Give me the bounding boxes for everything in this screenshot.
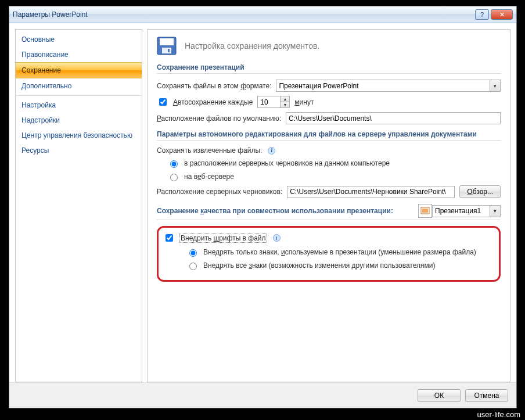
sidebar-item-save[interactable]: Сохранение — [16, 62, 142, 78]
options-dialog: Параметры PowerPoint ? ✕ Основные Правоп… — [9, 6, 517, 408]
svg-rect-5 — [422, 209, 428, 213]
info-icon[interactable]: i — [268, 147, 275, 155]
default-location-label: Расположение файлов по умолчанию: — [157, 114, 281, 123]
sidebar-item-customize[interactable]: Настройка — [16, 98, 142, 113]
svg-rect-2 — [162, 48, 171, 53]
cancel-button[interactable]: Отмена — [465, 389, 508, 402]
main-panel: Настройка сохранения документов. Сохране… — [147, 29, 510, 382]
spin-up-icon[interactable]: ▲ — [281, 96, 290, 102]
embed-all-chars-label[interactable]: Внедрять все знаки (возможность изменени… — [203, 261, 435, 270]
browse-button[interactable]: Обзор... — [459, 185, 501, 198]
format-label: Сохранять файлы в этом формате: — [157, 82, 271, 90]
embed-fonts-highlight: Внедрить шрифты в файл i Внедрять только… — [157, 226, 501, 282]
sidebar: Основные Правописание Сохранение Дополни… — [15, 29, 142, 382]
autosave-value[interactable] — [257, 96, 281, 108]
window-title: Параметры PowerPoint — [13, 10, 88, 19]
spin-down-icon[interactable]: ▼ — [281, 102, 290, 108]
page-title: Настройка сохранения документов. — [185, 41, 319, 51]
embed-fonts-label[interactable]: Внедрить шрифты в файл — [179, 234, 267, 243]
save-icon — [157, 37, 177, 55]
svg-rect-3 — [168, 49, 170, 52]
presentation-value[interactable] — [432, 205, 490, 217]
sidebar-item-addins[interactable]: Надстройки — [16, 113, 142, 128]
section-save-presentations: Сохранение презентаций — [157, 63, 501, 74]
section-offline-editing: Параметры автономного редактирования для… — [157, 130, 501, 141]
sidebar-item-proofing[interactable]: Правописание — [16, 47, 142, 62]
drafts-local-label[interactable]: в расположении серверных черновиков на д… — [184, 159, 390, 167]
svg-rect-1 — [160, 38, 174, 45]
close-button[interactable]: ✕ — [491, 9, 513, 20]
chevron-down-icon[interactable]: ▾ — [490, 205, 501, 217]
sidebar-item-general[interactable]: Основные — [16, 32, 142, 47]
dialog-footer: ОК Отмена — [9, 382, 516, 408]
presentation-icon — [418, 204, 432, 218]
sidebar-item-trustcenter[interactable]: Центр управления безопасностью — [16, 128, 142, 143]
sidebar-item-advanced[interactable]: Дополнительно — [16, 78, 142, 94]
titlebar: Параметры PowerPoint ? ✕ — [9, 6, 516, 23]
format-combo[interactable]: ▾ — [276, 80, 501, 92]
autosave-checkbox[interactable] — [159, 98, 167, 106]
autosave-unit: минут — [294, 98, 314, 106]
server-drafts-input[interactable] — [287, 186, 455, 198]
default-location-input[interactable] — [286, 112, 501, 124]
embed-used-chars-label[interactable]: Внедрять только знаки, используемые в пр… — [203, 248, 476, 256]
embed-all-chars-radio[interactable] — [189, 263, 197, 270]
drafts-web-label[interactable]: на веб-сервере — [184, 173, 234, 181]
autosave-spinner[interactable]: ▲▼ — [257, 96, 290, 108]
help-button[interactable]: ? — [475, 9, 489, 20]
watermark: user-life.com — [473, 409, 525, 420]
embed-used-chars-radio[interactable] — [189, 249, 197, 257]
drafts-web-radio[interactable] — [170, 174, 178, 181]
sidebar-item-resources[interactable]: Ресурсы — [16, 143, 142, 158]
info-icon[interactable]: i — [273, 234, 281, 242]
server-drafts-label: Расположение серверных черновиков: — [157, 188, 282, 196]
embed-fonts-checkbox[interactable] — [166, 234, 173, 242]
ok-button[interactable]: ОК — [418, 389, 461, 402]
drafts-local-radio[interactable] — [170, 160, 178, 168]
autosave-label[interactable]: Автосохранение каждые — [173, 98, 253, 106]
format-value[interactable] — [276, 80, 490, 92]
chevron-down-icon[interactable]: ▾ — [490, 80, 501, 92]
extract-label: Сохранять извлеченные файлы: — [157, 146, 262, 155]
section-sharing-quality: Сохранение качества при совместном испол… — [157, 204, 501, 220]
presentation-combo[interactable]: ▾ — [432, 205, 501, 217]
sidebar-separator — [16, 95, 142, 96]
